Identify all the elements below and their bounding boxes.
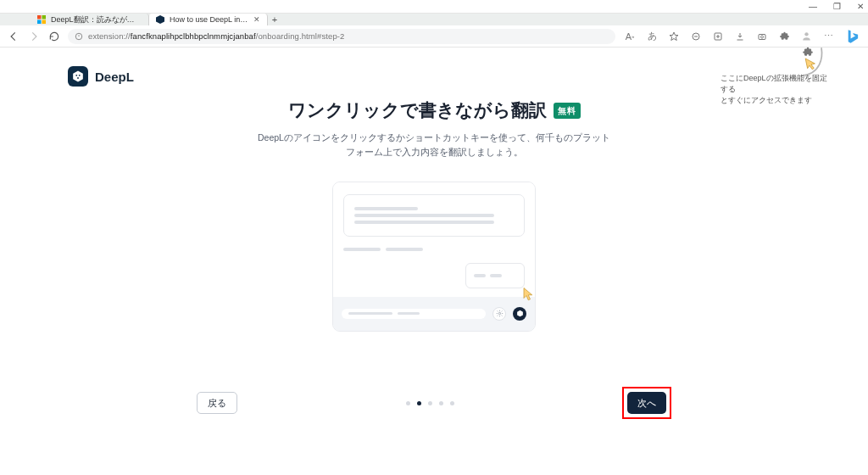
deepl-logo[interactable]: DeepL (68, 66, 134, 87)
browser-toolbar: extension://fancfknaplihpclbhbpclnmmjcja… (0, 25, 868, 48)
illus-settings-icon (492, 307, 506, 321)
deepl-favicon-icon (156, 15, 164, 24)
translate-icon[interactable]: あ (646, 31, 658, 42)
site-info-icon[interactable] (75, 29, 83, 44)
svg-point-14 (79, 75, 81, 76)
illus-meta-bars (343, 244, 525, 254)
svg-rect-0 (37, 15, 42, 20)
onboarding-controls: 戻る 次へ (197, 387, 671, 419)
illus-text-input (342, 309, 486, 319)
pin-extension-hint: ここにDeepLの拡張機能を固定するとすぐにアクセスできます (721, 73, 831, 106)
address-url: extension://fancfknaplihpclbhbpclnmmjcja… (88, 31, 344, 41)
profile-icon[interactable] (800, 31, 812, 42)
step-dot[interactable] (428, 401, 432, 405)
next-button-highlight: 次へ (622, 387, 671, 419)
svg-point-11 (804, 32, 808, 36)
svg-point-15 (77, 77, 79, 79)
tab-close-icon[interactable]: ✕ (253, 15, 260, 24)
nav-forward-button[interactable] (27, 30, 41, 43)
free-badge: 無料 (554, 103, 581, 119)
read-aloud-icon[interactable]: A» (624, 31, 636, 42)
illus-message-bubble (343, 194, 525, 237)
step-dot[interactable] (406, 401, 410, 405)
illustration-cursor-icon (522, 287, 536, 305)
svg-point-16 (498, 312, 500, 314)
nav-back-button[interactable] (7, 30, 20, 43)
step-dot[interactable] (439, 401, 443, 405)
window-titlebar: — ❐ ✕ (0, 0, 868, 14)
svg-rect-2 (37, 20, 42, 25)
browser-tab[interactable]: DeepL翻訳：読みながら、書きなが (31, 14, 149, 25)
svg-rect-1 (42, 15, 47, 20)
ms-favicon-icon (37, 15, 46, 24)
illus-reply-bubble (465, 263, 525, 288)
step-dots (406, 401, 454, 405)
downloads-icon[interactable] (734, 31, 746, 42)
back-button[interactable]: 戻る (197, 392, 237, 414)
sync-icon[interactable] (690, 31, 702, 42)
illus-input-row (333, 297, 535, 331)
deepl-mark-icon (68, 66, 88, 87)
bing-sidebar-icon[interactable] (844, 28, 860, 45)
svg-marker-17 (517, 310, 523, 317)
deepl-wordmark: DeepL (95, 70, 134, 84)
toolbar-actions: A» あ ⋯ (622, 28, 861, 45)
browser-tab[interactable]: How to use DeepL in Chrome ✕ (149, 14, 268, 25)
extensions-icon[interactable] (778, 31, 790, 42)
address-bar[interactable]: extension://fancfknaplihpclbhbpclnmmjcja… (68, 29, 615, 44)
favorite-icon[interactable] (668, 31, 680, 42)
browser-tabstrip: DeepL翻訳：読みながら、書きなが How to use DeepL in C… (0, 14, 868, 25)
page: DeepL ここにDeepLの拡張機能を固定するとすぐにアクセスできます ワンク… (0, 48, 868, 475)
window-maximize-button[interactable]: ❐ (832, 3, 841, 11)
menu-icon[interactable]: ⋯ (822, 31, 834, 42)
next-button[interactable]: 次へ (627, 392, 666, 414)
svg-point-10 (761, 36, 764, 38)
svg-rect-9 (759, 34, 765, 39)
svg-point-13 (75, 75, 77, 76)
svg-marker-12 (73, 71, 83, 82)
tab-label: How to use DeepL in Chrome (170, 15, 248, 24)
slide-subtitle: DeepLのアイコンをクリックするかショートカットキーを使って、何千ものプラット… (256, 131, 612, 159)
window-minimize-button[interactable]: — (809, 3, 817, 11)
screenshot-icon[interactable] (756, 31, 768, 42)
slide-title: ワンクリックで書きながら翻訳 (288, 98, 547, 122)
svg-marker-6 (670, 32, 678, 41)
onboarding-slide: ワンクリックで書きながら翻訳 無料 DeepLのアイコンをクリックするかショート… (256, 98, 612, 332)
tab-label: DeepL翻訳：読みながら、書きなが (51, 14, 142, 25)
svg-rect-3 (42, 20, 47, 25)
svg-marker-4 (156, 15, 164, 24)
step-dot[interactable] (450, 401, 454, 405)
collections-icon[interactable] (712, 31, 724, 42)
illus-deepl-icon (513, 307, 526, 321)
nav-refresh-button[interactable] (47, 30, 61, 43)
new-tab-button[interactable]: + (268, 14, 281, 25)
window-close-button[interactable]: ✕ (856, 3, 865, 11)
tabstrip-corner-icon (7, 15, 19, 24)
step-dot[interactable] (417, 401, 421, 405)
slide-illustration (332, 182, 536, 332)
